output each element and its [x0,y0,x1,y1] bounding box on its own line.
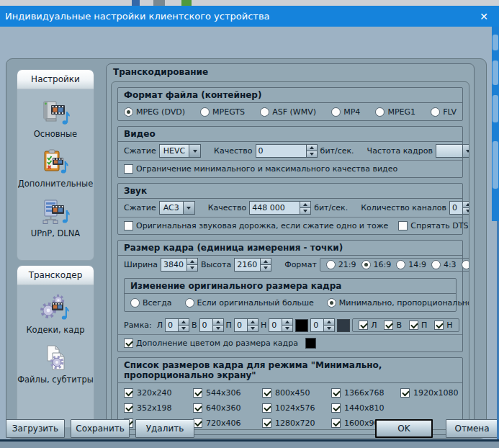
size-option[interactable]: 1366x768 [331,388,400,398]
radio-mpeg-dvd[interactable]: MPEG (DVD) [124,107,185,117]
spin-down-button[interactable] [463,207,469,214]
delete-button[interactable]: Удалить [135,419,194,438]
spin-down-button[interactable] [300,207,310,214]
spin-down-button[interactable] [307,151,317,157]
size-option[interactable]: 1920x1080 [400,388,469,398]
size-option[interactable]: 544x306 [193,388,262,398]
video-quality-field[interactable]: 0 [256,144,318,158]
radio-21-9[interactable]: 21:9 [326,260,356,269]
audio-quality-field[interactable]: 448 000 [249,201,311,215]
size-option[interactable]: 800x450 [262,388,331,398]
radio-icon [375,107,385,117]
spin-up-button[interactable] [248,319,258,325]
cancel-button[interactable]: Отмена [446,419,498,438]
sidebar-item-label: Файлы, субтитры [17,375,94,385]
size-option[interactable]: 1280x720 [262,418,331,428]
spin-down-button[interactable] [248,325,258,331]
save-button[interactable]: Сохранить [71,419,130,438]
sidebar-settings-header[interactable]: Настройки [17,70,94,89]
size-option[interactable]: 1440x810 [331,403,400,413]
chevron-down-icon[interactable] [189,145,200,157]
load-button[interactable]: Загрузить [6,419,65,438]
border-right-field[interactable]: 0 [234,318,259,332]
sidebar-item-codecs-frame[interactable]: Кодеки, кадр [26,293,84,335]
border-bottom-label: Н [261,321,266,330]
radio-asf-wmv[interactable]: ASF (WMV) [260,107,316,117]
spin-down-button[interactable] [282,325,292,331]
checkbox-icon [359,321,368,330]
video-framerate-select[interactable] [436,144,469,158]
sidebar-item-main[interactable]: Основные [34,97,77,139]
audio-original-track-checkbox[interactable]: Оригинальная звуковая дорожка, если сжат… [124,221,388,230]
spin-up-button[interactable] [324,319,334,325]
spin-up-button[interactable] [213,319,223,325]
checkbox-icon [124,403,133,413]
sidebar-item-upnp-dlna[interactable]: UPnP, DLNA [31,197,80,238]
spin-down-button[interactable] [187,264,197,271]
radio-flv[interactable]: FLV [431,107,457,117]
radio-if-original-larger[interactable]: Если оригинальный больше [185,298,314,308]
frame-sizes-list-title: Список размеров кадра для режима "Минима… [118,358,462,383]
spin-up-button[interactable] [261,259,271,264]
radio-mp4[interactable]: MP4 [331,107,360,117]
border-bottom-field[interactable]: 0 [269,318,293,332]
audio-dts-lpcm-checkbox[interactable]: Спрятать DTS в LPCM [398,221,469,230]
spin-up-button[interactable] [300,202,310,207]
border-top-field[interactable]: 0 [199,318,224,332]
border-color-swatch[interactable] [295,319,308,332]
size-option[interactable]: 352x198 [124,403,193,413]
sidebar-item-files-subtitles[interactable]: Файлы, субтитры [17,343,94,385]
resize-mode-group: Изменение оригинального размера кадра Вс… [124,278,457,312]
spin-down-button[interactable] [261,264,271,271]
video-limit-checkbox[interactable]: Ограничение минимального и максимального… [124,164,397,174]
spin-up-button[interactable] [282,319,292,325]
sidebar-item-additional[interactable]: Дополнительные [18,147,94,189]
border-extra-field[interactable]: 0 [310,318,335,332]
spin-down-button[interactable] [324,325,334,331]
checkbox-icon [262,418,271,428]
spin-up-button[interactable] [187,259,197,264]
radio-w-h[interactable]: W:H [462,260,469,269]
border-right-label: П [226,321,232,330]
radio-icon [396,260,405,269]
border-left-field[interactable]: 0 [165,318,189,332]
sidebar-settings-title: Настройки [31,74,80,84]
border-side-right-checkbox[interactable]: П [409,321,427,330]
chevron-down-icon[interactable] [183,202,194,214]
parent-icon-fragment [181,0,192,6]
pad-color-checkbox[interactable]: Дополнение цветом до размера кадра [124,339,298,348]
border-side-top-checkbox[interactable]: В [384,321,402,330]
frame-border-label: Рамка: [124,321,152,330]
radio-14-9[interactable]: 14:9 [396,260,426,269]
close-button[interactable]: ✕ [469,6,499,27]
radio-mpeg1[interactable]: MPEG1 [375,107,415,117]
spin-up-button[interactable] [463,202,469,207]
border-extra-color-swatch[interactable] [337,319,350,332]
video-compression-select[interactable]: HEVC [159,144,201,158]
border-side-bottom-checkbox[interactable]: Н [434,321,452,330]
spin-up-button[interactable] [179,319,189,325]
chevron-down-icon[interactable] [462,145,469,157]
radio-minimal-proportional[interactable]: Минимально, пропорционально экрану [327,298,469,308]
frame-width-field[interactable]: 3840 [161,258,198,272]
radio-icon [326,260,336,269]
frame-height-field[interactable]: 2160 [234,258,271,272]
radio-4-3[interactable]: 4:3 [431,260,457,269]
size-option[interactable]: 640x360 [193,403,262,413]
pad-color-swatch[interactable] [305,338,316,349]
audio-compression-select[interactable]: AC3 [159,201,195,215]
spin-down-button[interactable] [213,325,223,331]
radio-16-9[interactable]: 16:9 [361,260,392,269]
border-side-left-checkbox[interactable]: Л [359,321,377,330]
spin-up-button[interactable] [307,145,317,151]
spin-down-button[interactable] [179,325,189,331]
sidebar-transcoder-header[interactable]: Транскодер [17,266,94,285]
radio-always[interactable]: Всегда [130,298,172,308]
audio-channels-field[interactable]: 0 [449,201,469,215]
radio-icon [431,260,441,269]
size-option[interactable]: 720x406 [193,418,262,428]
size-option[interactable]: 1024x576 [262,403,331,413]
ok-button[interactable]: OK [375,419,433,438]
size-option[interactable]: 320x240 [124,388,193,398]
radio-mpegts[interactable]: MPEGTS [200,107,245,117]
